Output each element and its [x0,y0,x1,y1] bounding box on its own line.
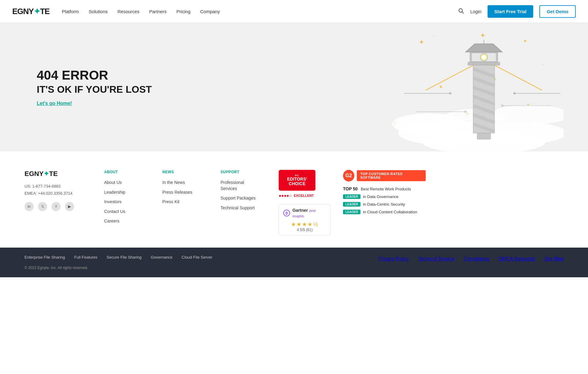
dmca-requests-link[interactable]: DMCA Requests [499,256,535,262]
leadership-link[interactable]: Leadership [104,189,144,196]
main-nav: Platform Solutions Resources Partners Pr… [62,9,458,14]
svg-rect-24 [468,62,500,65]
nav-resources[interactable]: Resources [118,9,140,14]
footer-logo: EGNY✦TE [24,170,58,178]
in-the-news-link[interactable]: In the News [162,180,202,186]
secure-file-sharing-link[interactable]: Secure File Sharing [107,255,141,260]
g2-item-0: TOP 50 Best Remote Work Products [343,186,426,191]
g2-rank-1: LEADER [343,194,360,199]
logo[interactable]: EGNY✦TE [12,7,50,16]
svg-point-27 [449,92,451,95]
pc-excellent-text: EXCELLENT [294,194,314,197]
press-releases-link[interactable]: Press Releases [162,189,202,196]
nav-partners[interactable]: Partners [149,9,167,14]
svg-line-1 [462,12,464,13]
start-trial-button[interactable]: Start Free Trial [488,5,533,18]
gartner-text: Gartner peer insights. [292,208,326,219]
get-demo-button[interactable]: Get Demo [539,5,576,18]
g2-rank-0: TOP 50 [343,186,358,191]
gartner-badge: Gartner peer insights. ★★★★½ 4.5/5 (61) [279,204,331,235]
header-actions: Login Start Free Trial Get Demo [458,5,576,18]
g2-rank-2: LEADER [343,202,360,207]
pc-editors-choice-badge: PC EDITORS' CHOICE [279,170,315,191]
hero-section: 404 ERROR IT'S OK IF YOU'RE LOST Let's g… [0,23,588,151]
svg-marker-22 [466,44,502,52]
investors-link[interactable]: Investors [104,199,144,205]
footer-about-col: ABOUT About Us Leadership Investors Cont… [104,170,144,228]
hero-content: 404 ERROR IT'S OK IF YOU'RE LOST Let's g… [37,68,152,106]
nav-pricing[interactable]: Pricing [176,9,190,14]
copyright: © 2022 Egnyte, Inc. All rights reserved. [24,266,564,270]
logo-text: EGNY✦TE [12,7,50,16]
g2-rank-3: LEADER [343,210,360,214]
phone-us: US: 1-877-734-6983 [24,183,86,190]
support-packages-link[interactable]: Support Packages [221,195,260,201]
support-col-title: SUPPORT [221,170,260,174]
nav-platform[interactable]: Platform [62,9,79,14]
logo-leaf-icon: ✦ [34,7,40,16]
technical-support-link[interactable]: Technical Support [221,205,260,211]
gartner-icon [283,209,290,217]
footer-logo-leaf: ✦ [43,170,49,178]
g2-icon: G2 [343,170,354,181]
youtube-icon[interactable]: ▶ [65,202,74,211]
footer-badges: PC EDITORS' CHOICE ●●●●○ EXCELLENT [279,170,564,235]
g2-badge: G2 TOP CUSTOMER-RATED SOFTWARE TOP 50 Be… [343,170,426,217]
professional-services-link[interactable]: Professional Services [221,180,260,192]
g2-desc-0: Best Remote Work Products [361,187,411,191]
linkedin-icon[interactable]: in [24,202,34,211]
svg-point-31 [464,110,467,113]
svg-rect-25 [477,133,491,139]
footer-bottom-left-links: Enterprise File Sharing Full Features Se… [24,255,213,260]
login-link[interactable]: Login [470,9,481,14]
gartner-logo: Gartner peer insights. [283,208,326,219]
footer-bottom-row: Enterprise File Sharing Full Features Se… [24,255,564,263]
footer: EGNY✦TE US: 1-877-734-6983 EMEA: +44.020… [0,151,588,248]
social-icons: in 𝕏 f ▶ [24,202,86,211]
search-icon[interactable] [458,8,464,15]
gartner-rating: 4.5/5 (61) [297,228,312,232]
svg-point-34 [284,210,290,216]
error-title: 404 ERROR [37,68,152,82]
site-map-link[interactable]: Site Map [544,256,564,262]
pc-badge-area: PC EDITORS' CHOICE ●●●●○ EXCELLENT [279,170,331,235]
svg-point-29 [513,92,516,95]
facebook-icon[interactable]: f [51,202,61,211]
about-us-link[interactable]: About Us [104,180,144,186]
contact-us-link[interactable]: Contact Us [104,209,144,215]
compliance-link[interactable]: Compliance [464,256,489,262]
footer-news-col: NEWS In the News Press Releases Press Ki… [162,170,202,209]
pc-badge-line2: CHOICE [284,181,311,186]
svg-point-33 [501,104,503,107]
svg-point-21 [482,55,486,59]
about-col-title: ABOUT [104,170,144,174]
footer-bottom-right-links: Privacy Policy Terms of Service Complian… [378,256,564,262]
pc-stars: ●●●●○ [279,193,292,198]
terms-of-service-link[interactable]: Terms of Service [418,256,454,262]
privacy-policy-link[interactable]: Privacy Policy [378,256,409,262]
g2-item-3: LEADER in Cloud Content Collaboration [343,210,426,214]
g2-desc-2: in Data-Centric Security [363,202,405,207]
enterprise-file-sharing-link[interactable]: Enterprise File Sharing [24,255,65,260]
pc-excellent: ●●●●○ EXCELLENT [279,193,331,198]
footer-top: EGNY✦TE US: 1-877-734-6983 EMEA: +44.020… [24,170,564,235]
g2-item-1: LEADER in Data Governance [343,194,426,199]
twitter-icon[interactable]: 𝕏 [38,202,47,211]
careers-link[interactable]: Careers [104,218,144,224]
footer-contact: US: 1-877-734-6983 EMEA: +44.020.3356.37… [24,183,86,197]
gartner-name: Gartner [292,208,308,213]
cloud-file-server-link[interactable]: Cloud File Server [182,255,212,260]
g2-desc-1: in Data Governance [363,194,398,199]
full-features-link[interactable]: Full Features [74,255,97,260]
nav-company[interactable]: Company [200,9,220,14]
go-home-link[interactable]: Let's go Home! [37,101,72,106]
press-kit-link[interactable]: Press Kit [162,199,202,205]
svg-point-35 [286,214,287,215]
footer-brand: EGNY✦TE US: 1-877-734-6983 EMEA: +44.020… [24,170,86,211]
site-header: EGNY✦TE Platform Solutions Resources Par… [0,0,588,23]
error-subtitle: IT'S OK IF YOU'RE LOST [37,84,152,95]
pc-badge-line1: EDITORS' [284,177,311,181]
governance-link[interactable]: Governance [151,255,172,260]
nav-solutions[interactable]: Solutions [89,9,108,14]
g2-desc-3: in Cloud Content Collaboration [363,210,417,214]
